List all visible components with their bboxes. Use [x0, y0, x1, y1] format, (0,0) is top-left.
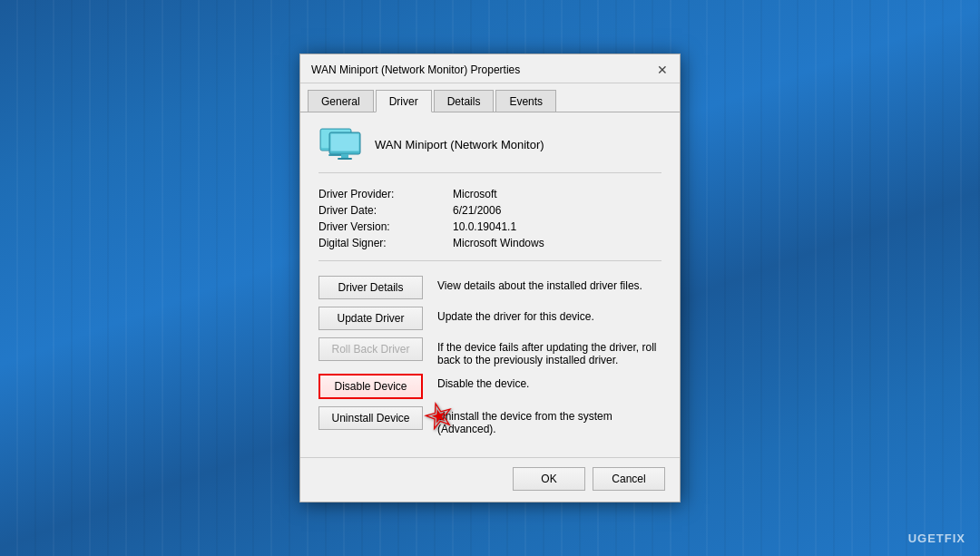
watermark: UGETFIX: [908, 532, 965, 545]
update-driver-description: Update the driver for this device.: [437, 307, 662, 323]
action-buttons: Driver Details View details about the in…: [318, 276, 662, 443]
properties-dialog: WAN Miniport (Network Monitor) Propertie…: [299, 54, 681, 502]
device-icon: [318, 127, 362, 161]
title-bar: WAN Miniport (Network Monitor) Propertie…: [300, 54, 680, 83]
roll-back-description: If the device fails after updating the d…: [437, 337, 662, 366]
tab-bar: General Driver Details Events: [300, 83, 680, 112]
update-driver-button[interactable]: Update Driver: [318, 307, 423, 330]
device-header: WAN Miniport (Network Monitor): [318, 127, 662, 173]
uninstall-device-button[interactable]: Uninstall Device: [318, 406, 423, 430]
dialog-title: WAN Miniport (Network Monitor) Propertie…: [311, 63, 520, 76]
disable-device-row: Disable Device Disable the device.: [318, 374, 662, 399]
update-driver-row: Update Driver Update the driver for this…: [318, 307, 662, 330]
tab-details[interactable]: Details: [434, 90, 495, 112]
uninstall-device-description: Uninstall the device from the system (Ad…: [437, 406, 662, 435]
tab-events[interactable]: Events: [495, 90, 556, 112]
disable-device-button[interactable]: Disable Device: [318, 374, 423, 399]
disable-device-description: Disable the device.: [437, 374, 662, 390]
bottom-bar: OK Cancel: [300, 457, 680, 502]
driver-details-button[interactable]: Driver Details: [318, 276, 423, 299]
tab-general[interactable]: General: [308, 90, 374, 112]
ok-button[interactable]: OK: [513, 467, 585, 491]
info-value-signer: Microsoft Windows: [453, 237, 662, 249]
info-label-provider: Driver Provider:: [318, 188, 446, 200]
dialog-content: WAN Miniport (Network Monitor) Driver Pr…: [300, 112, 680, 457]
info-value-date: 6/21/2006: [453, 204, 662, 217]
info-label-version: Driver Version:: [318, 220, 446, 233]
svg-rect-7: [341, 154, 348, 158]
driver-details-description: View details about the installed driver …: [437, 276, 662, 292]
roll-back-row: Roll Back Driver If the device fails aft…: [318, 337, 662, 366]
svg-rect-6: [331, 134, 358, 151]
device-name: WAN Miniport (Network Monitor): [375, 138, 544, 151]
info-value-version: 10.0.19041.1: [453, 220, 662, 233]
uninstall-device-row: Uninstall Device Uninstall the device fr…: [318, 406, 662, 435]
driver-details-row: Driver Details View details about the in…: [318, 276, 662, 299]
info-value-provider: Microsoft: [453, 188, 662, 200]
tab-driver[interactable]: Driver: [376, 90, 432, 112]
roll-back-button[interactable]: Roll Back Driver: [318, 337, 423, 361]
svg-rect-8: [338, 158, 352, 160]
close-button[interactable]: ✕: [652, 60, 672, 80]
info-label-signer: Digital Signer:: [318, 237, 446, 249]
info-label-date: Driver Date:: [318, 204, 446, 217]
cancel-button[interactable]: Cancel: [593, 467, 665, 491]
driver-info: Driver Provider: Microsoft Driver Date: …: [318, 188, 662, 261]
